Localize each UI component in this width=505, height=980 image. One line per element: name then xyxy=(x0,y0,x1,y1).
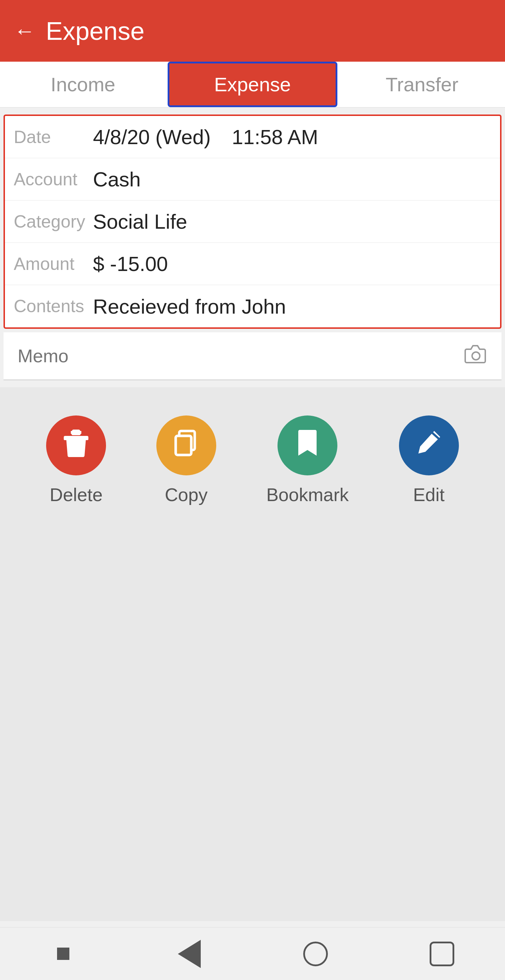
memo-section xyxy=(3,332,502,380)
nav-recents-button[interactable] xyxy=(428,940,456,968)
tab-bar: Income Expense Transfer xyxy=(0,62,505,108)
bookmark-button[interactable]: Bookmark xyxy=(266,415,349,505)
detail-row-amount: Amount $ -15.00 xyxy=(5,243,500,285)
back-button[interactable]: ← xyxy=(14,21,35,41)
edit-button[interactable]: Edit xyxy=(399,415,459,505)
copy-icon xyxy=(172,428,200,463)
delete-button[interactable]: Delete xyxy=(46,415,106,505)
camera-icon[interactable] xyxy=(465,343,488,369)
svg-rect-8 xyxy=(176,436,191,455)
tab-transfer[interactable]: Transfer xyxy=(339,62,505,107)
label-category: Category xyxy=(5,204,83,239)
label-date: Date xyxy=(5,120,83,154)
edit-label: Edit xyxy=(413,484,445,505)
detail-row-contents: Contents Receieved from John xyxy=(5,285,500,328)
svg-rect-4 xyxy=(64,438,88,440)
nav-square-icon xyxy=(57,948,69,960)
header-title: Expense xyxy=(46,17,145,45)
copy-label: Copy xyxy=(165,484,207,505)
value-contents: Receieved from John xyxy=(83,288,500,325)
label-account: Account xyxy=(5,162,83,197)
detail-row-account: Account Cash xyxy=(5,158,500,200)
nav-recents-icon xyxy=(430,942,454,966)
nav-back-icon xyxy=(178,940,201,968)
copy-button[interactable]: Copy xyxy=(156,415,216,505)
nav-bar xyxy=(0,927,505,980)
details-card: Date 4/8/20 (Wed) 11:58 AM Account Cash … xyxy=(3,115,502,329)
nav-home-button[interactable] xyxy=(302,940,330,968)
bookmark-icon xyxy=(297,428,318,463)
nav-back-button[interactable] xyxy=(175,940,203,968)
value-category: Social Life xyxy=(83,203,500,240)
header: ← Expense xyxy=(0,0,505,62)
detail-row-category: Category Social Life xyxy=(5,200,500,243)
actions-section: Delete Copy xyxy=(0,387,505,533)
delete-label: Delete xyxy=(50,484,102,505)
nav-square-button[interactable] xyxy=(49,940,77,968)
bookmark-label: Bookmark xyxy=(266,484,349,505)
actions-area: Delete Copy xyxy=(0,387,505,921)
detail-row-date: Date 4/8/20 (Wed) 11:58 AM xyxy=(5,116,500,158)
svg-rect-5 xyxy=(72,430,80,433)
trash-icon xyxy=(62,428,90,463)
value-date: 4/8/20 (Wed) 11:58 AM xyxy=(83,118,500,156)
tab-income[interactable]: Income xyxy=(0,62,166,107)
label-contents: Contents xyxy=(5,289,83,323)
label-amount: Amount xyxy=(5,247,83,281)
empty-content xyxy=(0,533,505,921)
svg-point-0 xyxy=(472,352,480,360)
tab-expense[interactable]: Expense xyxy=(168,62,337,107)
value-account: Cash xyxy=(83,160,500,198)
pencil-icon xyxy=(415,428,443,463)
memo-input[interactable] xyxy=(17,345,465,366)
nav-home-icon xyxy=(303,942,328,966)
value-amount: $ -15.00 xyxy=(83,245,500,283)
